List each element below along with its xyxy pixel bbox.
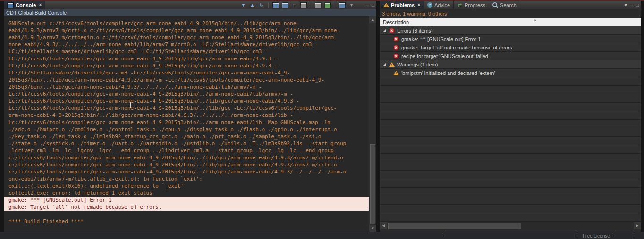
problems-icon: [383, 2, 389, 8]
problem-label: Warnings (1 item): [397, 62, 438, 67]
tab-progress[interactable]: Progress: [454, 1, 489, 9]
status-bar: Free License: [0, 232, 644, 239]
scroll-left-icon[interactable]: [380, 222, 387, 229]
progress-icon: [457, 2, 463, 8]
view-menu-icon[interactable]: ▾: [625, 1, 627, 8]
statusbar-separator: [442, 233, 442, 238]
console-line: LC:/ti/stellaris-master/driverlib/gcc-cm…: [8, 48, 369, 55]
console-line: ./state.o ./systick.o ./timer.o ./uart.o…: [8, 140, 369, 147]
console-line: Lc:/ti/ccsv6/tools/compiler/gcc-arm-none…: [8, 119, 369, 126]
console-line: LC:/ti/StellarisWare/driverlib/gcc-cm3 -…: [8, 69, 369, 76]
problems-item-row[interactable]: gmake: Target 'all' not remade because o…: [380, 43, 641, 52]
problems-empty-row: [380, 196, 641, 205]
console-line: c:/ti/ccsv6/tools/compiler/gcc-arm-none-…: [8, 161, 369, 168]
maximize-icon[interactable]: □: [372, 1, 374, 8]
scroll-right-icon[interactable]: [634, 222, 641, 229]
problems-item-row[interactable]: gmake: *** [GNUScale.out] Error 1: [380, 35, 641, 43]
problems-group-row[interactable]: Warnings (1 item): [380, 60, 641, 69]
statusbar-separator: [634, 233, 634, 238]
tab-problems[interactable]: Problems×: [380, 1, 424, 9]
problems-group-row[interactable]: Errors (3 items): [380, 26, 641, 35]
description-column-header[interactable]: Description: [380, 18, 641, 27]
tab-label: Problems: [391, 2, 415, 8]
warning-icon: [393, 70, 399, 75]
console-tabbar: Console × ▼▲↳≡▾ ─□: [4, 1, 376, 9]
problems-item-row[interactable]: recipe for target 'GNUScale.out' failed: [380, 52, 641, 60]
console-line: collect2.exe: error: ld returned 1 exit …: [8, 190, 369, 197]
warning-icon: [389, 62, 395, 67]
word-wrap-icon[interactable]: ≡: [291, 1, 297, 8]
console-error-line: gmake: Target 'all' not remade because o…: [4, 204, 369, 211]
console-output[interactable]: GNUScale.out c:/ti/ccsv6/tools/compiler/…: [4, 16, 369, 232]
scrollbar-thumb[interactable]: [370, 144, 375, 224]
expand-arrow-icon[interactable]: [383, 63, 386, 66]
tab-search[interactable]: Search: [489, 1, 520, 9]
text-caret: [130, 102, 131, 108]
problems-empty-row: [380, 188, 641, 196]
problems-summary: 3 errors, 1 warning, 0 others: [380, 9, 641, 18]
toolbar-separator: [335, 2, 335, 8]
scrollbar-thumb[interactable]: [388, 223, 521, 229]
toolbar-separator: [311, 2, 311, 8]
advice-icon: [427, 2, 432, 8]
console-line: Lc:/ti/ccsv6/tools/compiler/gcc-arm-none…: [8, 91, 369, 98]
tab-advice[interactable]: Advice: [424, 1, 454, 9]
problem-label: gmake: *** [GNUScale.out] Error 1: [401, 36, 481, 42]
scroll-up-icon[interactable]: [369, 16, 376, 23]
problem-label: recipe for target 'GNUScale.out' failed: [401, 53, 488, 59]
next-error-icon[interactable]: ▼: [240, 1, 246, 8]
maximize-icon[interactable]: □: [636, 1, 639, 8]
problems-empty-row: [380, 137, 641, 145]
console-line: eabi/4.9.3/armv7-m/crtbegin.o c:/ti/ccsv…: [8, 34, 369, 41]
problems-empty-row: [380, 120, 641, 128]
open-console-dropdown-icon[interactable]: ▾: [348, 1, 355, 8]
copy-build-log-icon[interactable]: [272, 2, 279, 8]
console-line: one-eabi/lib/armv7-m/libc.a(lib_a-exit.o…: [8, 175, 369, 182]
display-selected-console-icon[interactable]: [339, 2, 346, 8]
open-build-console-icon[interactable]: [282, 2, 288, 8]
problem-label: 'bmipctm' initialized and declared 'exte…: [401, 70, 495, 76]
close-icon[interactable]: ×: [39, 2, 42, 8]
problems-horizontal-scrollbar[interactable]: [380, 222, 641, 230]
problems-empty-row: [380, 94, 641, 103]
scroll-lock-icon[interactable]: [315, 2, 322, 8]
clear-console-icon[interactable]: [300, 2, 307, 8]
error-icon: [389, 28, 395, 33]
console-icon: [7, 2, 14, 8]
expand-arrow-icon[interactable]: [383, 29, 386, 32]
console-line: LC:/ti/ccsv6/tools/compiler/gcc-arm-none…: [8, 62, 369, 69]
console-line: [8, 211, 369, 218]
console-error-line: gmake: *** [GNUScale.out] Error 1: [4, 197, 369, 204]
console-line: arm-none-eabi-4_9-2015q3/bin/../lib/gcc/…: [8, 112, 369, 119]
pin-console-icon[interactable]: [324, 2, 331, 8]
tab-label: Console: [16, 2, 36, 8]
scroll-down-icon[interactable]: [369, 225, 376, 232]
problems-empty-row: [380, 179, 641, 188]
problems-empty-row: [380, 86, 641, 94]
problems-item-row[interactable]: 'bmipctm' initialized and declared 'exte…: [380, 69, 641, 77]
console-line: 2015q3/bin/../lib/gcc/arm-none-eabi/4.9.…: [8, 76, 369, 83]
error-icon: [393, 36, 399, 42]
search-icon: [492, 2, 498, 8]
tab-console[interactable]: Console ×: [4, 1, 45, 9]
console-view: Console × ▼▲↳≡▾ ─□ CDT Global Build Cons…: [4, 1, 376, 232]
close-icon[interactable]: ×: [417, 2, 420, 8]
statusbar-separator: [612, 233, 612, 238]
tab-label: Advice: [434, 2, 450, 8]
minimize-icon[interactable]: ─: [630, 1, 633, 8]
problems-empty-row: [380, 154, 641, 162]
console-line: eabi/4.9.3/armv7-m/crti.o c:/ti/ccsv6/to…: [8, 27, 369, 34]
console-line: c:/ti/ccsv6/tools/compiler/gcc-arm-none-…: [8, 154, 369, 161]
tab-label: Progress: [465, 2, 485, 8]
problems-view: Problems×AdviceProgressSearch ▾─□ 3 erro…: [380, 1, 641, 232]
problems-tabbar: Problems×AdviceProgressSearch ▾─□: [380, 1, 641, 9]
minimize-icon[interactable]: ─: [365, 1, 369, 8]
show-error-in-editor-icon[interactable]: ↳: [258, 1, 264, 8]
console-vertical-scrollbar[interactable]: [369, 16, 376, 232]
problem-label: gmake: Target 'all' not remade because o…: [401, 45, 514, 50]
problems-empty-row: [380, 77, 641, 86]
error-icon: [393, 45, 399, 50]
license-status: Free License: [583, 233, 610, 239]
tab-label: Search: [500, 2, 517, 8]
previous-error-icon[interactable]: ▲: [249, 1, 255, 8]
